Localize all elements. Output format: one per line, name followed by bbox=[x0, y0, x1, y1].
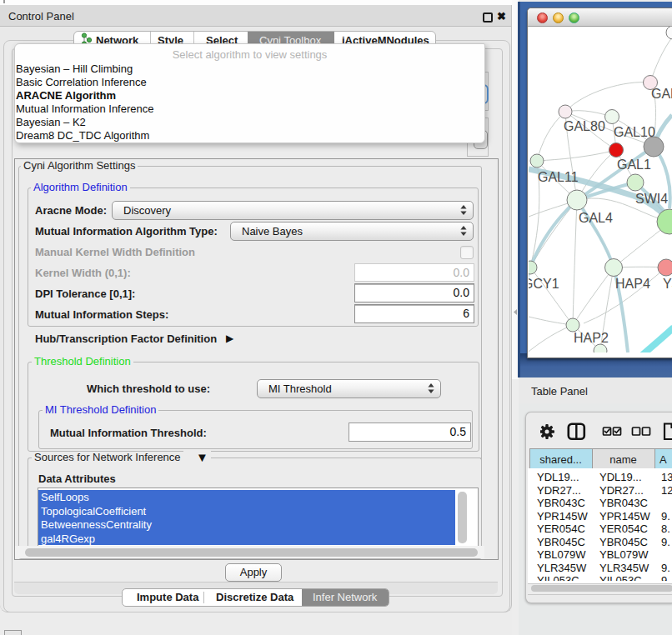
svg-text:YJ: YJ bbox=[663, 277, 672, 291]
svg-text:GAL4: GAL4 bbox=[579, 211, 613, 225]
svg-text:GCY1: GCY1 bbox=[529, 277, 559, 291]
svg-text:GAL10: GAL10 bbox=[614, 125, 655, 139]
svg-text:GAL7: GAL7 bbox=[651, 87, 672, 101]
svg-text:HAP4: HAP4 bbox=[615, 277, 650, 291]
svg-text:GAL11: GAL11 bbox=[538, 170, 579, 184]
svg-text:GAL1: GAL1 bbox=[617, 158, 651, 172]
svg-text:HAP2: HAP2 bbox=[574, 331, 609, 345]
svg-text:GAL80: GAL80 bbox=[564, 119, 605, 133]
svg-text:SWI4: SWI4 bbox=[635, 192, 668, 206]
